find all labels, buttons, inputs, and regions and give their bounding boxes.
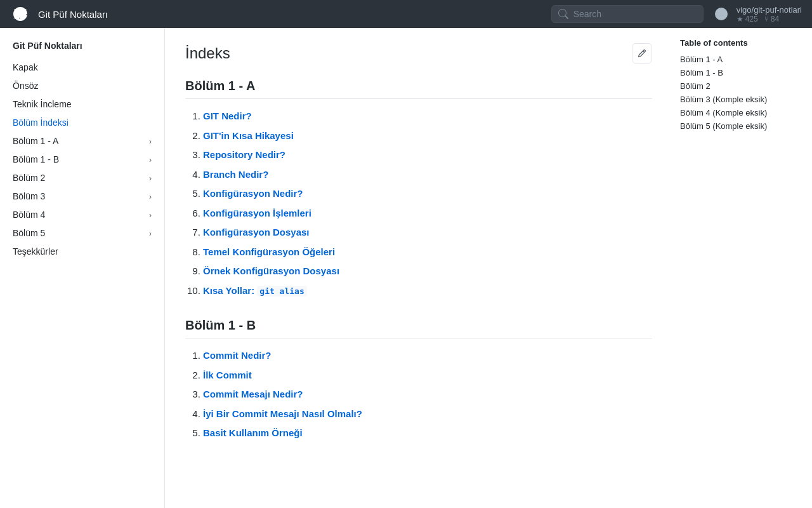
section-list: Commit Nedir?İlk CommitCommit Mesajı Ned… [185, 349, 652, 441]
list-item: Konfigürasyon Dosyası [203, 225, 652, 240]
sidebar-item[interactable]: Bölüm 3› [8, 187, 157, 206]
content-sections: Bölüm 1 - AGIT Nedir?GIT'in Kısa Hikayes… [185, 79, 652, 441]
toc-title: Table of contents [680, 38, 804, 48]
content-link[interactable]: Branch Nedir? [203, 169, 268, 180]
content-link[interactable]: GIT Nedir? [203, 110, 252, 121]
content-section: Bölüm 1 - BCommit Nedir?İlk CommitCommit… [185, 318, 652, 441]
list-item: Temel Konfigürasyon Öğeleri [203, 245, 652, 260]
sidebar-item[interactable]: Bölüm 5› [8, 224, 157, 243]
search-input[interactable] [573, 9, 697, 19]
chevron-right-icon: › [149, 228, 152, 239]
sidebar-item-label: Teşekkürler [13, 245, 58, 258]
content-link[interactable]: Commit Nedir? [203, 350, 272, 361]
sidebar-item[interactable]: Bölüm İndeksi [8, 114, 157, 132]
toc-item[interactable]: Bölüm 4 (Komple eksik) [680, 106, 804, 119]
search-icon [558, 9, 568, 19]
repo-forks: ⑂ 84 [764, 15, 779, 23]
header-title: Git Püf Noktaları [38, 9, 544, 20]
content-link[interactable]: Kısa Yollar: git alias [203, 285, 307, 296]
repo-details: vigo/git-puf-notlari ★ 425 ⑂ 84 [737, 5, 802, 23]
sidebar-item-label: Bölüm 4 [13, 208, 45, 222]
list-item: İlk Commit [203, 368, 652, 383]
list-item: GIT'in Kısa Hikayesi [203, 129, 652, 144]
chevron-right-icon: › [149, 173, 152, 184]
fork-count: 84 [771, 15, 779, 23]
sidebar-item-label: Bölüm 1 - A [13, 135, 58, 148]
toc-panel: Table of contents Bölüm 1 - ABölüm 1 - B… [672, 28, 812, 508]
edit-icon [638, 49, 646, 58]
list-item: GIT Nedir? [203, 109, 652, 124]
content-link[interactable]: Örnek Konfigürasyon Dosyası [203, 265, 339, 276]
list-item: Branch Nedir? [203, 168, 652, 182]
sidebar-item[interactable]: Teşekkürler [8, 243, 157, 261]
edit-button[interactable] [632, 43, 652, 64]
repo-stats: ★ 425 ⑂ 84 [737, 15, 802, 23]
toc-item[interactable]: Bölüm 1 - B [680, 66, 804, 79]
list-item: Basit Kullanım Örneği [203, 426, 652, 441]
content-link[interactable]: Konfigürasyon İşlemleri [203, 208, 311, 218]
list-item: Örnek Konfigürasyon Dosyası [203, 264, 652, 279]
sidebar-item[interactable]: Kapak [8, 58, 157, 77]
header-logo[interactable] [10, 4, 30, 24]
list-item: Commit Mesajı Nedir? [203, 387, 652, 402]
list-item: Konfigürasyon Nedir? [203, 187, 652, 201]
content-link[interactable]: İlk Commit [203, 370, 252, 380]
sidebar-nav: KapakÖnsözTeknik İnclemeBölüm İndeksiBöl… [8, 58, 157, 261]
sidebar-item-label: Önsöz [13, 79, 38, 93]
page-layout: Git Püf Noktaları KapakÖnsözTeknik İncle… [0, 28, 812, 508]
sidebar-item[interactable]: Bölüm 1 - B› [8, 150, 157, 169]
page-title: İndeks [185, 44, 230, 62]
content-link[interactable]: Basit Kullanım Örneği [203, 427, 303, 438]
content-link[interactable]: Temel Konfigürasyon Öğeleri [203, 246, 335, 257]
section-title: Bölüm 1 - A [185, 79, 652, 99]
star-count: 425 [745, 15, 758, 23]
sidebar-item-label: Bölüm 2 [13, 171, 45, 185]
fork-icon: ⑂ [764, 15, 769, 23]
repo-info: vigo/git-puf-notlari ★ 425 ⑂ 84 [711, 4, 802, 24]
toc-item[interactable]: Bölüm 1 - A [680, 53, 804, 66]
sidebar-item-label: Teknik İncleme [13, 98, 72, 111]
star-icon: ★ [737, 15, 743, 23]
chevron-right-icon: › [149, 191, 152, 203]
sidebar-item[interactable]: Önsöz [8, 77, 157, 95]
repo-icon [711, 4, 731, 24]
sidebar-item-label: Bölüm 1 - B [13, 153, 59, 166]
content-link[interactable]: İyi Bir Commit Mesajı Nasıl Olmalı? [203, 408, 362, 419]
content-link[interactable]: Konfigürasyon Dosyası [203, 227, 310, 237]
toc-items: Bölüm 1 - ABölüm 1 - BBölüm 2Bölüm 3 (Ko… [680, 53, 804, 133]
section-list: GIT Nedir?GIT'in Kısa HikayesiRepository… [185, 109, 652, 298]
content-link[interactable]: Repository Nedir? [203, 149, 285, 160]
content-section: Bölüm 1 - AGIT Nedir?GIT'in Kısa Hikayes… [185, 79, 652, 298]
sidebar-item[interactable]: Bölüm 2› [8, 169, 157, 187]
page-title-row: İndeks [185, 43, 652, 64]
content-link[interactable]: Konfigürasyon Nedir? [203, 188, 303, 199]
repo-name: vigo/git-puf-notlari [737, 5, 802, 15]
chevron-right-icon: › [149, 136, 152, 147]
sidebar: Git Püf Noktaları KapakÖnsözTeknik İncle… [0, 28, 165, 508]
list-item: Kısa Yollar: git alias [203, 284, 652, 298]
sidebar-item-label: Bölüm 5 [13, 227, 45, 240]
code-snippet: git alias [257, 286, 306, 297]
toc-item[interactable]: Bölüm 5 (Komple eksik) [680, 119, 804, 133]
sidebar-item[interactable]: Teknik İncleme [8, 95, 157, 114]
sidebar-item[interactable]: Bölüm 1 - A› [8, 132, 157, 150]
list-item: Repository Nedir? [203, 148, 652, 163]
sidebar-item-label: Bölüm 3 [13, 190, 45, 203]
sidebar-title: Git Püf Noktaları [8, 38, 157, 53]
sidebar-item[interactable]: Bölüm 4› [8, 206, 157, 224]
toc-item[interactable]: Bölüm 2 [680, 79, 804, 93]
toc-item[interactable]: Bölüm 3 (Komple eksik) [680, 93, 804, 106]
list-item: İyi Bir Commit Mesajı Nasıl Olmalı? [203, 407, 652, 422]
sidebar-item-label: Kapak [13, 61, 38, 74]
content-link[interactable]: Commit Mesajı Nedir? [203, 389, 303, 399]
content-link[interactable]: GIT'in Kısa Hikayesi [203, 130, 294, 141]
repo-stars: ★ 425 [737, 15, 758, 23]
header: Git Püf Noktaları vigo/git-puf-notlari ★… [0, 0, 812, 28]
main-content: İndeks Bölüm 1 - AGIT Nedir?GIT'in Kısa … [165, 28, 672, 508]
chevron-right-icon: › [149, 154, 152, 166]
list-item: Konfigürasyon İşlemleri [203, 206, 652, 221]
sidebar-item-label: Bölüm İndeksi [13, 116, 69, 130]
search-box[interactable] [551, 5, 704, 23]
chevron-right-icon: › [149, 210, 152, 221]
list-item: Commit Nedir? [203, 349, 652, 363]
